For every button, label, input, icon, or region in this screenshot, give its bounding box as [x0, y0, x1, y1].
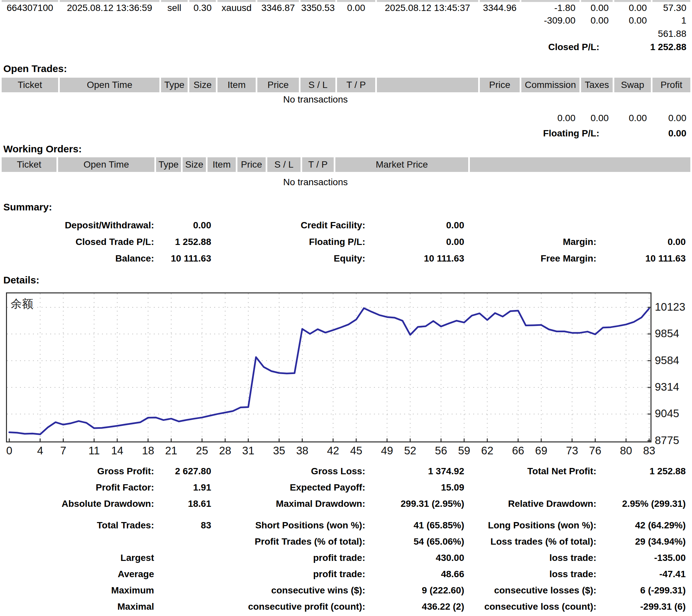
stat-label: Average — [0, 566, 155, 582]
x-axis-label: 76 — [580, 444, 610, 457]
summary-label: Equity: — [212, 250, 366, 267]
total-swap: 0.00 — [614, 14, 651, 41]
col-price: Price — [257, 78, 299, 92]
x-axis-label: 14 — [102, 444, 132, 457]
stat-row: Largest profit trade: 430.00 loss trade:… — [0, 550, 692, 566]
summary-label: Margin: — [465, 234, 597, 250]
total-commission: -309.00 — [521, 14, 580, 41]
stat-value: 83 — [155, 517, 212, 533]
col-sl: S / L — [301, 78, 336, 92]
trade-close-price: 3344.96 — [480, 2, 520, 14]
summary-value — [597, 217, 686, 234]
trade-ticket: 664307100 — [2, 2, 58, 14]
stat-value: 1 252.88 — [597, 463, 686, 479]
trade-sl: 3350.53 — [301, 2, 336, 14]
stat-value: -299.31 (6) — [597, 598, 686, 615]
col-size: Size — [182, 157, 206, 172]
stat-label: Maximal — [0, 598, 155, 615]
stat-label: Relative Drawdown: — [465, 496, 597, 512]
col-sl: S / L — [267, 157, 301, 172]
col-type: Type — [161, 78, 188, 92]
summary-value: 0.00 — [597, 234, 686, 250]
col-commission: Commission — [521, 78, 580, 92]
y-axis-label: 10123 — [655, 301, 691, 313]
trade-price: 3346.87 — [257, 2, 299, 14]
stat-label: Profit Trades (% of total): — [212, 533, 366, 550]
stat-label: Profit Factor: — [0, 479, 155, 496]
summary-value: 1 252.88 — [155, 234, 212, 250]
col-extra — [470, 157, 690, 172]
trade-tp: 0.00 — [337, 2, 375, 14]
trade-open-time: 2025.08.12 13:36:59 — [60, 2, 159, 14]
col-open-time: Open Time — [60, 78, 159, 92]
stat-label: Absolute Drawdown: — [0, 496, 155, 512]
stat-value: -47.41 — [597, 566, 686, 582]
summary-label: Balance: — [0, 250, 155, 267]
col-taxes: Taxes — [581, 78, 613, 92]
col-open-time: Open Time — [58, 157, 154, 172]
stat-label: Largest — [0, 550, 155, 566]
x-axis-label: 69 — [526, 444, 556, 457]
summary-title: Summary: — [0, 200, 692, 214]
floating-pl-row: Floating P/L: 0.00 — [0, 126, 692, 141]
closed-trades-table: 664307100 2025.08.12 13:36:59 sell 0.30 … — [0, 0, 692, 54]
stat-label: consecutive losses: — [465, 615, 597, 616]
stat-value: 6 (-299.31) — [597, 582, 686, 598]
stat-value — [155, 598, 212, 615]
stat-label: Total Net Profit: — [465, 463, 597, 479]
floating-pl-value: 0.00 — [614, 126, 690, 141]
summary-row: Deposit/Withdrawal: 0.00 Credit Facility… — [0, 217, 692, 234]
stats-block: Gross Profit: 2 627.80 Gross Loss: 1 374… — [0, 463, 692, 616]
stat-value: 2.95% (299.31) — [597, 496, 686, 512]
balance-chart: 余额 1012398549584931490458775 04711141821… — [0, 292, 692, 458]
open-total-commission: 0.00 — [521, 110, 580, 126]
stat-value: 2 627.80 — [155, 463, 212, 479]
stat-label: Maximum — [0, 582, 155, 598]
col-tp: T / P — [302, 157, 334, 172]
stat-label: Average — [0, 615, 155, 616]
col-price: Price — [237, 157, 266, 172]
stat-label: Long Positions (won %): — [465, 517, 597, 533]
y-axis-label: 9314 — [655, 381, 691, 393]
stat-value: 430.00 — [366, 550, 465, 566]
open-trades-title: Open Trades: — [0, 63, 692, 74]
trade-profit: 57.30 — [652, 2, 690, 14]
balance-chart-canvas — [6, 292, 651, 442]
open-total-profit: 0.00 — [652, 110, 690, 126]
stat-label: Total Trades: — [0, 517, 155, 533]
y-axis-label: 9854 — [655, 327, 691, 340]
col-item: Item — [217, 78, 256, 92]
stat-label: loss trade: — [465, 550, 597, 566]
summary-value: 0.00 — [366, 234, 465, 250]
stat-value — [597, 479, 686, 496]
total-profit: 1 561.88 — [652, 14, 690, 41]
open-trades-empty: No transactions — [0, 92, 631, 107]
open-total-swap: 0.00 — [614, 110, 651, 126]
x-axis-label: 7 — [48, 444, 78, 457]
stat-row: Absolute Drawdown: 18.61 Maximal Drawdow… — [0, 496, 692, 512]
x-axis-label: 45 — [341, 444, 371, 457]
stat-value: 3 — [366, 615, 465, 616]
working-orders-title: Working Orders: — [0, 144, 692, 155]
col-size: Size — [189, 78, 216, 92]
y-axis-label: 9584 — [655, 354, 691, 367]
stat-label: profit trade: — [212, 550, 366, 566]
x-axis-label: 0 — [0, 444, 24, 457]
working-orders-empty: No transactions — [0, 174, 631, 191]
stat-row: Total Trades: 83 Short Positions (won %)… — [0, 517, 692, 533]
trade-row: 664307100 2025.08.12 13:36:59 sell 0.30 … — [0, 2, 692, 14]
trade-commission: -1.80 — [521, 2, 580, 14]
trade-type: sell — [161, 2, 188, 14]
stat-value: 29 (34.94%) — [597, 533, 686, 550]
stat-row: Gross Profit: 2 627.80 Gross Loss: 1 374… — [0, 463, 692, 479]
working-orders-table: Ticket Open Time Type Size Item Price S … — [0, 157, 692, 191]
stat-label: Gross Profit: — [0, 463, 155, 479]
summary-row: Balance: 10 111.63 Equity: 10 111.63 Fre… — [0, 250, 692, 267]
summary-block: Deposit/Withdrawal: 0.00 Credit Facility… — [0, 217, 692, 267]
summary-value: 0.00 — [155, 217, 212, 234]
stat-label: Gross Loss: — [212, 463, 366, 479]
stat-row: Maximal consecutive profit (count): 436.… — [0, 598, 692, 615]
col-ticket: Ticket — [2, 78, 58, 92]
stat-value — [155, 550, 212, 566]
trade-swap: 0.00 — [614, 2, 651, 14]
